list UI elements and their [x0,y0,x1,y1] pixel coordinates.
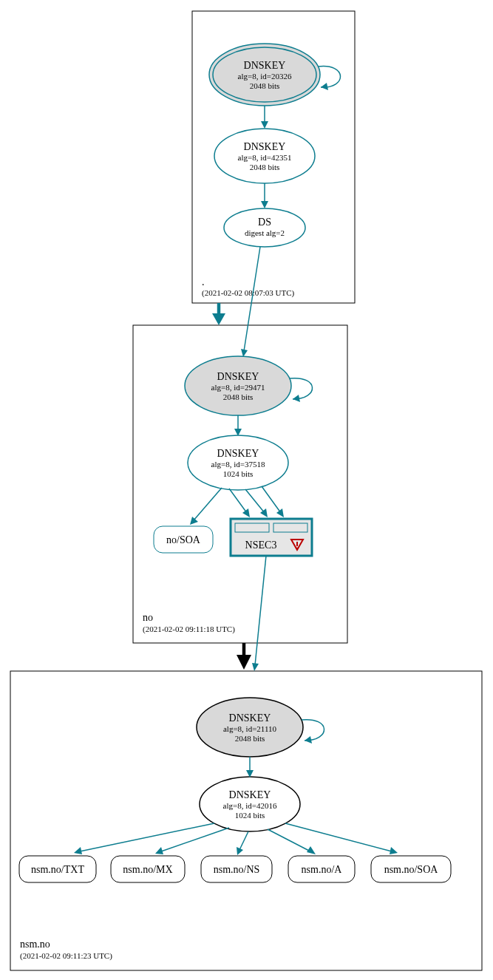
svg-marker-17 [305,736,312,743]
svg-marker-13 [260,508,268,517]
dnssec-diagram: . (2021-02-02 08:07:03 UTC) DNSKEY alg=8… [0,0,493,980]
zone-nsm-ts: (2021-02-02 09:11:23 UTC) [20,951,112,961]
root-zsk-l2: alg=8, id=42351 [238,153,292,162]
svg-marker-27 [307,846,316,854]
nsm-zsk-l2: alg=8, id=42016 [223,801,277,810]
svg-text:nsm.no/NS: nsm.no/NS [214,864,260,875]
root-ksk-l3: 2048 bits [250,81,280,90]
svg-rect-8 [273,523,307,532]
root-ds-l2: digest alg=2 [245,228,285,237]
svg-marker-28 [390,847,398,854]
root-ksk-selfloop-head [321,83,328,90]
svg-text:nsm.no/A: nsm.no/A [302,864,343,875]
no-zsk-title: DNSKEY [217,448,259,459]
svg-rect-7 [235,523,269,532]
svg-marker-0 [261,121,268,129]
root-zsk-l3: 2048 bits [250,163,280,171]
svg-marker-2 [212,313,225,325]
no-zsk-l2: alg=8, id=37518 [211,460,265,469]
nsm-rrsets: nsm.no/TXT nsm.no/MX nsm.no/NS nsm.no/A … [19,856,451,882]
root-ksk-l2: alg=8, id=20326 [238,72,292,81]
nsm-zsk-title: DNSKEY [229,789,271,800]
svg-marker-3 [293,395,300,402]
nsm-ksk-l2: alg=8, id=21110 [223,724,277,733]
no-soa-label: no/SOA [166,534,201,545]
arrow-ds-noksk [244,247,260,351]
svg-text:nsm.no/SOA: nsm.no/SOA [384,864,439,875]
svg-marker-16 [237,655,251,670]
zone-nsm-name: nsm.no [20,939,50,950]
svg-marker-1 [261,201,268,208]
no-zsk-l3: 1024 bits [223,469,254,478]
no-nsec3-label: NSEC3 [245,540,277,551]
no-ksk-title: DNSKEY [217,371,259,382]
nsm-zsk-l3: 1024 bits [235,811,265,820]
arrow-nsec-nsm [255,556,266,665]
svg-marker-25 [155,847,163,854]
svg-point-11 [296,548,298,549]
root-zsk-title: DNSKEY [244,141,286,152]
no-ksk-selfloop [290,378,313,399]
nsm-ksk-selfloop [302,720,324,741]
svg-marker-12 [242,508,250,517]
zone-root-ts: (2021-02-02 08:07:03 UTC) [202,288,295,298]
zone-no-ts: (2021-02-02 09:11:18 UTC) [143,625,235,634]
root-ksk-title: DNSKEY [244,60,286,71]
root-ds-title: DS [258,217,271,228]
svg-text:nsm.no/MX: nsm.no/MX [123,864,172,875]
nsm-ksk-l3: 2048 bits [235,734,265,743]
no-ksk-l2: alg=8, id=29471 [211,383,265,392]
nsm-ksk-title: DNSKEY [229,712,271,724]
svg-text:nsm.no/TXT: nsm.no/TXT [31,864,84,875]
zone-no-name: no [143,612,153,623]
svg-marker-14 [276,508,284,517]
no-ksk-l3: 2048 bits [223,392,254,401]
svg-marker-15 [252,663,259,671]
svg-marker-24 [74,847,82,854]
svg-marker-6 [190,517,198,525]
root-ds [224,208,305,247]
zone-root-name: . [202,276,205,287]
root-ksk-selfloop [318,67,341,88]
